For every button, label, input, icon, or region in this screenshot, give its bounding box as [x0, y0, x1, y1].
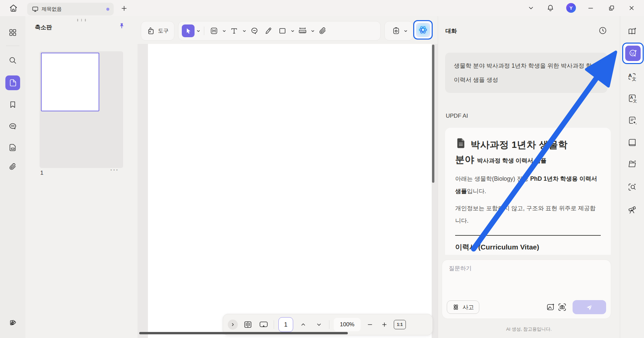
sidebar-item-comments[interactable]	[5, 119, 20, 134]
document-tab[interactable]: 제목없음	[27, 3, 114, 15]
sidebar-item-ai-chat[interactable]	[622, 43, 644, 64]
measure-tool[interactable]	[296, 24, 309, 37]
heading-line2: 분야	[455, 154, 474, 165]
translate-page-icon: A文	[627, 93, 637, 103]
thinking-mode-button[interactable]: 사고	[447, 300, 479, 314]
chat-input[interactable]	[448, 264, 604, 295]
pen-tool[interactable]	[262, 24, 275, 37]
ai-assistant-toolbar-button[interactable]	[413, 20, 433, 40]
ai-response-card: 박사과정 1년차 생물학 분야 박사과정 학생 이력서 샘플 아래는 생물학(B…	[445, 128, 611, 255]
sidebar-item-translate-page[interactable]: A文	[625, 91, 640, 106]
select-tool-dropdown[interactable]	[196, 24, 201, 37]
sidebar-item-search[interactable]	[5, 53, 20, 68]
close-button[interactable]	[627, 3, 637, 13]
new-tab-button[interactable]	[119, 4, 129, 13]
measure-tool-dropdown[interactable]	[310, 24, 315, 37]
p1-post: 입니다.	[467, 188, 486, 194]
zoom-level-display[interactable]: 100%	[334, 318, 361, 331]
plus-icon	[121, 5, 127, 12]
sidebar-item-apps[interactable]	[5, 25, 20, 40]
left-sidebar	[0, 16, 25, 338]
nav-separator	[274, 320, 274, 329]
sidebar-item-thumbnails[interactable]	[5, 75, 20, 90]
ruler-icon	[298, 26, 307, 36]
sidebar-item-fields[interactable]	[5, 140, 20, 155]
heading-tool[interactable]	[208, 24, 220, 37]
comment-icon	[8, 122, 17, 131]
page-thumbnail-1[interactable]	[41, 53, 99, 111]
sidebar-item-ai-read[interactable]	[625, 24, 640, 39]
search-sparkle-icon	[627, 182, 637, 192]
stamp-tool[interactable]	[390, 24, 402, 37]
unsaved-dot	[106, 8, 109, 11]
shape-tool-dropdown[interactable]	[290, 24, 295, 37]
screenshot-button[interactable]	[556, 301, 568, 313]
collapse-toolbar-button[interactable]	[526, 3, 536, 13]
pdf-page[interactable]	[148, 44, 432, 338]
sidebar-item-ai-files[interactable]	[625, 157, 640, 172]
sidebar-item-translate-word[interactable]: A文	[625, 69, 640, 84]
send-button[interactable]	[573, 300, 606, 314]
markdown-divider	[455, 235, 601, 236]
previous-page-button[interactable]	[298, 319, 309, 330]
shape-tool[interactable]	[276, 24, 289, 37]
presentation-icon	[259, 320, 269, 329]
sidebar-item-explore[interactable]	[625, 202, 640, 217]
text-tool[interactable]	[228, 24, 240, 37]
heading-tool-dropdown[interactable]	[222, 24, 226, 37]
home-button[interactable]	[7, 3, 19, 13]
tab-title: 제목없음	[42, 6, 62, 12]
chat-input-card: 사고	[442, 260, 611, 319]
home-icon	[9, 4, 18, 12]
form-document-icon	[8, 143, 17, 152]
book-sparkle-icon	[627, 26, 637, 37]
sidebar-item-bookmarks[interactable]	[5, 97, 20, 112]
page-number-input[interactable]: 1	[278, 317, 293, 332]
sidebar-divider	[6, 46, 19, 46]
zoom-out-button[interactable]	[365, 320, 375, 330]
page-layout-button[interactable]	[242, 319, 254, 330]
sidebar-item-ai-search[interactable]	[625, 180, 640, 194]
next-page-button[interactable]	[313, 319, 325, 330]
ai-response-heading: 박사과정 1년차 생물학 분야 박사과정 학생 이력서 샘플	[455, 137, 601, 168]
text-tool-dropdown[interactable]	[242, 24, 247, 37]
actual-size-button[interactable]: 1:1	[394, 320, 406, 329]
text-icon	[230, 26, 238, 35]
presentation-button[interactable]	[258, 319, 269, 330]
restore-button[interactable]	[606, 3, 616, 13]
ai-chat-panel: 대화 생물학 분야 박사과정 1년차 학생을 위한 박사과정 학생 이력서 샘플…	[438, 16, 620, 338]
thumb-more-button[interactable]: ···	[110, 166, 119, 173]
horizontal-scrollbar[interactable]	[139, 332, 348, 334]
user-avatar[interactable]: Y	[566, 3, 576, 13]
send-icon	[586, 303, 593, 311]
cursor-icon	[184, 27, 192, 35]
comment-minus-icon	[250, 26, 259, 35]
expand-nav-button[interactable]	[228, 320, 238, 330]
heading-subtitle: 박사과정 학생 이력서 샘플	[477, 157, 546, 164]
pin-icon	[117, 22, 126, 31]
translate-word-icon: A文	[627, 72, 637, 82]
user-message-text: 생물학 분야 박사과정 1년차 학생을 위한 박사과정 학생 이력서 샘플 생성	[454, 62, 598, 83]
minimize-button[interactable]	[586, 3, 596, 13]
toolbar-separator	[204, 26, 204, 35]
grid-icon	[8, 28, 17, 37]
sidebar-item-ai-summary[interactable]	[625, 113, 640, 128]
insert-image-button[interactable]	[545, 301, 556, 313]
vertical-scrollbar[interactable]	[432, 45, 434, 183]
notifications-button[interactable]	[545, 3, 555, 13]
tools-menu-button[interactable]: 도구	[141, 21, 174, 41]
sidebar-item-swatches[interactable]	[5, 315, 20, 330]
chevron-down-icon	[316, 322, 322, 328]
chat-message-area[interactable]: 생물학 분야 박사과정 1년차 학생을 위한 박사과정 학생 이력서 샘플 생성…	[438, 16, 620, 255]
attach-tool[interactable]	[316, 24, 329, 37]
select-tool[interactable]	[182, 24, 195, 37]
paperclip-icon	[8, 162, 17, 171]
stamp-tool-dropdown[interactable]	[403, 24, 408, 37]
nav-separator	[329, 320, 329, 329]
zoom-in-button[interactable]	[379, 320, 389, 330]
sidebar-item-attachments[interactable]	[5, 159, 20, 174]
paperclip-icon	[318, 26, 327, 35]
comment-tool[interactable]	[248, 24, 261, 37]
pin-button[interactable]	[116, 21, 127, 32]
sidebar-item-reader[interactable]	[625, 135, 640, 150]
